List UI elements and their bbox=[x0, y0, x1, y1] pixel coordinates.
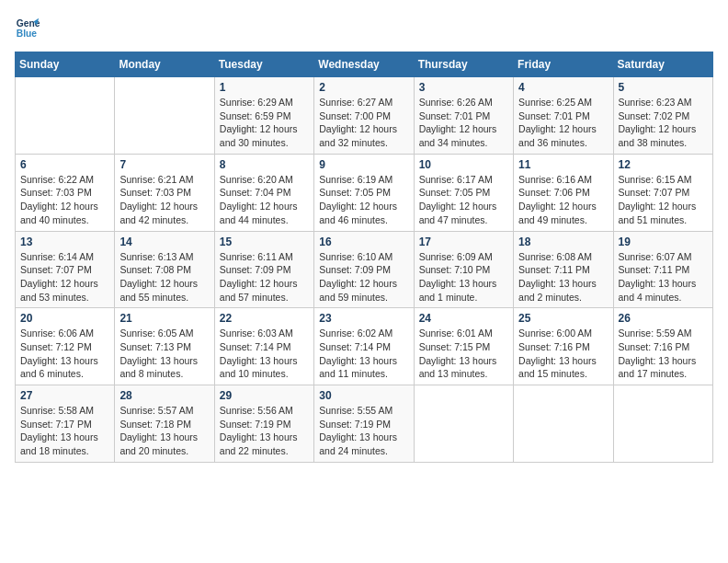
calendar-cell: 19Sunrise: 6:07 AM Sunset: 7:11 PM Dayli… bbox=[613, 231, 712, 308]
calendar-cell bbox=[414, 385, 513, 463]
calendar-cell: 23Sunrise: 6:02 AM Sunset: 7:14 PM Dayli… bbox=[314, 308, 414, 385]
weekday-header: Monday bbox=[115, 52, 214, 77]
logo: General Blue bbox=[15, 15, 40, 40]
day-info: Sunrise: 6:15 AM Sunset: 7:07 PM Dayligh… bbox=[619, 173, 708, 227]
day-number: 24 bbox=[419, 312, 508, 325]
weekday-header: Thursday bbox=[414, 52, 513, 77]
day-info: Sunrise: 6:01 AM Sunset: 7:15 PM Dayligh… bbox=[419, 327, 508, 381]
day-info: Sunrise: 6:07 AM Sunset: 7:11 PM Dayligh… bbox=[619, 250, 708, 304]
day-number: 8 bbox=[220, 158, 309, 171]
logo-icon: General Blue bbox=[15, 15, 40, 40]
day-info: Sunrise: 5:55 AM Sunset: 7:19 PM Dayligh… bbox=[319, 404, 408, 458]
weekday-header: Friday bbox=[514, 52, 613, 77]
day-info: Sunrise: 5:59 AM Sunset: 7:16 PM Dayligh… bbox=[619, 327, 708, 381]
day-number: 29 bbox=[220, 389, 309, 402]
day-number: 14 bbox=[119, 236, 209, 248]
day-info: Sunrise: 6:09 AM Sunset: 7:10 PM Dayligh… bbox=[419, 250, 508, 304]
day-number: 26 bbox=[619, 312, 708, 325]
day-number: 12 bbox=[619, 158, 708, 171]
calendar-cell: 30Sunrise: 5:55 AM Sunset: 7:19 PM Dayli… bbox=[314, 385, 414, 463]
weekday-header: Saturday bbox=[613, 52, 712, 77]
day-number: 28 bbox=[119, 389, 209, 402]
calendar-cell: 22Sunrise: 6:03 AM Sunset: 7:14 PM Dayli… bbox=[214, 308, 313, 385]
calendar-cell: 7Sunrise: 6:21 AM Sunset: 7:03 PM Daylig… bbox=[115, 154, 214, 231]
calendar-cell: 12Sunrise: 6:15 AM Sunset: 7:07 PM Dayli… bbox=[613, 154, 712, 231]
day-number: 16 bbox=[319, 236, 408, 248]
calendar-cell: 8Sunrise: 6:20 AM Sunset: 7:04 PM Daylig… bbox=[214, 154, 313, 231]
day-number: 4 bbox=[518, 81, 608, 94]
day-info: Sunrise: 6:23 AM Sunset: 7:02 PM Dayligh… bbox=[619, 96, 708, 150]
calendar-cell bbox=[115, 77, 214, 155]
day-number: 30 bbox=[319, 389, 408, 402]
day-info: Sunrise: 6:14 AM Sunset: 7:07 PM Dayligh… bbox=[20, 250, 109, 304]
day-info: Sunrise: 6:13 AM Sunset: 7:08 PM Dayligh… bbox=[119, 250, 209, 304]
calendar-cell: 10Sunrise: 6:17 AM Sunset: 7:05 PM Dayli… bbox=[414, 154, 513, 231]
day-number: 22 bbox=[220, 312, 309, 325]
day-info: Sunrise: 6:29 AM Sunset: 6:59 PM Dayligh… bbox=[220, 96, 309, 150]
day-info: Sunrise: 5:58 AM Sunset: 7:17 PM Dayligh… bbox=[20, 404, 109, 458]
calendar-cell: 24Sunrise: 6:01 AM Sunset: 7:15 PM Dayli… bbox=[414, 308, 513, 385]
day-number: 15 bbox=[220, 236, 309, 248]
calendar-cell: 28Sunrise: 5:57 AM Sunset: 7:18 PM Dayli… bbox=[115, 385, 214, 463]
day-number: 3 bbox=[419, 81, 508, 94]
day-number: 27 bbox=[20, 389, 109, 402]
calendar-cell: 3Sunrise: 6:26 AM Sunset: 7:01 PM Daylig… bbox=[414, 77, 513, 155]
page-header: General Blue bbox=[15, 15, 713, 40]
day-number: 21 bbox=[119, 312, 209, 325]
calendar-cell: 20Sunrise: 6:06 AM Sunset: 7:12 PM Dayli… bbox=[16, 308, 115, 385]
day-number: 10 bbox=[419, 158, 508, 171]
day-info: Sunrise: 6:08 AM Sunset: 7:11 PM Dayligh… bbox=[518, 250, 608, 304]
svg-text:Blue: Blue bbox=[17, 29, 38, 39]
calendar-table: SundayMondayTuesdayWednesdayThursdayFrid… bbox=[15, 52, 713, 463]
day-info: Sunrise: 6:21 AM Sunset: 7:03 PM Dayligh… bbox=[119, 173, 209, 227]
day-number: 25 bbox=[518, 312, 608, 325]
weekday-header: Wednesday bbox=[314, 52, 414, 77]
day-info: Sunrise: 5:57 AM Sunset: 7:18 PM Dayligh… bbox=[119, 404, 209, 458]
calendar-cell: 11Sunrise: 6:16 AM Sunset: 7:06 PM Dayli… bbox=[514, 154, 613, 231]
day-number: 23 bbox=[319, 312, 408, 325]
day-number: 5 bbox=[619, 81, 708, 94]
calendar-cell: 4Sunrise: 6:25 AM Sunset: 7:01 PM Daylig… bbox=[514, 77, 613, 155]
day-info: Sunrise: 6:19 AM Sunset: 7:05 PM Dayligh… bbox=[319, 173, 408, 227]
calendar-week-row: 20Sunrise: 6:06 AM Sunset: 7:12 PM Dayli… bbox=[16, 308, 713, 385]
calendar-cell bbox=[514, 385, 613, 463]
calendar-cell: 1Sunrise: 6:29 AM Sunset: 6:59 PM Daylig… bbox=[214, 77, 313, 155]
day-info: Sunrise: 6:25 AM Sunset: 7:01 PM Dayligh… bbox=[518, 96, 608, 150]
day-number: 18 bbox=[518, 236, 608, 248]
day-number: 7 bbox=[119, 158, 209, 171]
day-number: 17 bbox=[419, 236, 508, 248]
day-number: 20 bbox=[20, 312, 109, 325]
calendar-cell: 25Sunrise: 6:00 AM Sunset: 7:16 PM Dayli… bbox=[514, 308, 613, 385]
day-info: Sunrise: 6:05 AM Sunset: 7:13 PM Dayligh… bbox=[119, 327, 209, 381]
weekday-header: Sunday bbox=[16, 52, 115, 77]
calendar-cell: 16Sunrise: 6:10 AM Sunset: 7:09 PM Dayli… bbox=[314, 231, 414, 308]
day-number: 11 bbox=[518, 158, 608, 171]
day-info: Sunrise: 6:22 AM Sunset: 7:03 PM Dayligh… bbox=[20, 173, 109, 227]
calendar-cell: 15Sunrise: 6:11 AM Sunset: 7:09 PM Dayli… bbox=[214, 231, 313, 308]
day-info: Sunrise: 6:11 AM Sunset: 7:09 PM Dayligh… bbox=[220, 250, 309, 304]
calendar-cell: 26Sunrise: 5:59 AM Sunset: 7:16 PM Dayli… bbox=[613, 308, 712, 385]
day-info: Sunrise: 6:06 AM Sunset: 7:12 PM Dayligh… bbox=[20, 327, 109, 381]
calendar-cell: 27Sunrise: 5:58 AM Sunset: 7:17 PM Dayli… bbox=[16, 385, 115, 463]
calendar-cell bbox=[613, 385, 712, 463]
weekday-header-row: SundayMondayTuesdayWednesdayThursdayFrid… bbox=[16, 52, 713, 77]
day-number: 13 bbox=[20, 236, 109, 248]
day-number: 6 bbox=[20, 158, 109, 171]
calendar-header: SundayMondayTuesdayWednesdayThursdayFrid… bbox=[16, 52, 713, 77]
calendar-week-row: 1Sunrise: 6:29 AM Sunset: 6:59 PM Daylig… bbox=[16, 77, 713, 155]
calendar-week-row: 13Sunrise: 6:14 AM Sunset: 7:07 PM Dayli… bbox=[16, 231, 713, 308]
calendar-cell: 21Sunrise: 6:05 AM Sunset: 7:13 PM Dayli… bbox=[115, 308, 214, 385]
day-info: Sunrise: 5:56 AM Sunset: 7:19 PM Dayligh… bbox=[220, 404, 309, 458]
weekday-header: Tuesday bbox=[214, 52, 313, 77]
calendar-cell: 17Sunrise: 6:09 AM Sunset: 7:10 PM Dayli… bbox=[414, 231, 513, 308]
day-info: Sunrise: 6:16 AM Sunset: 7:06 PM Dayligh… bbox=[518, 173, 608, 227]
day-info: Sunrise: 6:03 AM Sunset: 7:14 PM Dayligh… bbox=[220, 327, 309, 381]
day-info: Sunrise: 6:20 AM Sunset: 7:04 PM Dayligh… bbox=[220, 173, 309, 227]
day-number: 9 bbox=[319, 158, 408, 171]
calendar-cell bbox=[16, 77, 115, 155]
day-number: 19 bbox=[619, 236, 708, 248]
day-info: Sunrise: 6:02 AM Sunset: 7:14 PM Dayligh… bbox=[319, 327, 408, 381]
calendar-cell: 5Sunrise: 6:23 AM Sunset: 7:02 PM Daylig… bbox=[613, 77, 712, 155]
day-number: 1 bbox=[220, 81, 309, 94]
calendar-week-row: 6Sunrise: 6:22 AM Sunset: 7:03 PM Daylig… bbox=[16, 154, 713, 231]
